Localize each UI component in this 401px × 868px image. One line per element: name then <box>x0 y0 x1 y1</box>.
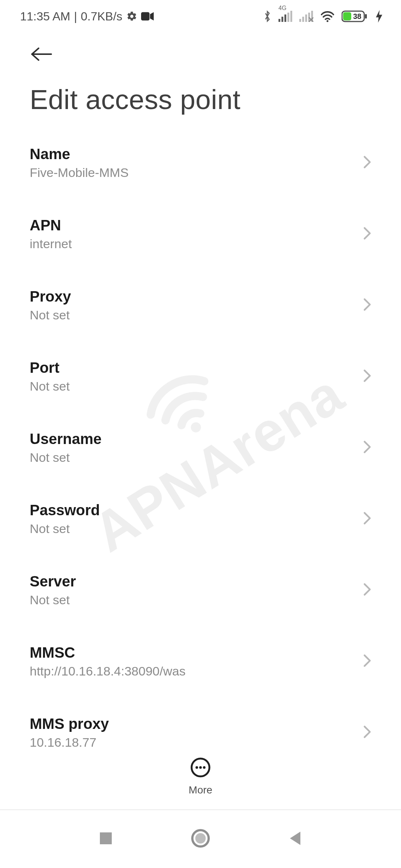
setting-row-password[interactable]: Password Not set <box>0 483 401 555</box>
chevron-right-icon <box>363 440 371 455</box>
status-bar: 11:35 AM | 0.7KB/s 4G 38 <box>0 0 401 33</box>
bluetooth-icon <box>263 10 272 23</box>
svg-rect-8 <box>305 14 307 22</box>
header <box>0 33 401 64</box>
setting-row-username[interactable]: Username Not set <box>0 412 401 483</box>
row-text: Username Not set <box>30 431 101 465</box>
row-value: Not set <box>30 379 70 394</box>
svg-rect-4 <box>287 13 289 22</box>
more-options-icon <box>190 757 211 779</box>
status-time: 11:35 AM <box>20 10 70 23</box>
svg-rect-0 <box>141 12 150 21</box>
setting-row-server[interactable]: Server Not set <box>0 555 401 626</box>
charging-icon <box>376 10 382 23</box>
svg-point-21 <box>199 766 202 769</box>
video-camera-icon <box>141 11 154 21</box>
row-value: Not set <box>30 522 100 536</box>
row-value: Not set <box>30 450 101 465</box>
row-text: Server Not set <box>30 573 76 607</box>
row-label: Port <box>30 359 70 376</box>
chevron-right-icon <box>363 369 371 384</box>
row-label: Password <box>30 502 100 519</box>
chevron-right-icon <box>363 654 371 669</box>
setting-row-apn[interactable]: APN internet <box>0 198 401 270</box>
row-label: MMSC <box>30 644 186 661</box>
page-title: Edit access point <box>0 64 401 127</box>
setting-row-port[interactable]: Port Not set <box>0 341 401 412</box>
setting-row-proxy[interactable]: Proxy Not set <box>0 270 401 341</box>
more-section: More <box>0 757 401 808</box>
row-label: MMS proxy <box>30 716 109 732</box>
signal-1-icon: 4G <box>278 11 293 22</box>
row-text: Name Five-Mobile-MMS <box>30 146 128 180</box>
arrow-left-icon <box>30 46 53 62</box>
setting-row-mmsc[interactable]: MMSC http://10.16.18.4:38090/was <box>0 626 401 697</box>
row-value: http://10.16.18.4:38090/was <box>30 664 186 678</box>
row-text: Password Not set <box>30 502 100 536</box>
more-button[interactable]: More <box>189 757 212 796</box>
svg-rect-3 <box>284 14 286 22</box>
svg-rect-23 <box>100 832 112 844</box>
svg-rect-15 <box>343 12 351 20</box>
svg-rect-5 <box>290 11 292 22</box>
row-value: Five-Mobile-MMS <box>30 165 128 180</box>
row-label: Proxy <box>30 288 71 305</box>
row-text: MMSC http://10.16.18.4:38090/was <box>30 644 186 678</box>
row-value: 10.16.18.77 <box>30 735 109 750</box>
wifi-icon <box>320 10 335 22</box>
chevron-right-icon <box>363 725 371 740</box>
row-value: internet <box>30 237 72 251</box>
row-label: Username <box>30 431 101 447</box>
status-data-rate: 0.7KB/s <box>81 10 123 23</box>
svg-point-20 <box>195 766 198 769</box>
svg-rect-16 <box>365 14 367 19</box>
svg-point-13 <box>326 20 328 22</box>
chevron-right-icon <box>363 512 371 526</box>
svg-point-25 <box>195 833 206 844</box>
nav-recent-button[interactable] <box>98 831 113 847</box>
row-text: Proxy Not set <box>30 288 71 322</box>
svg-rect-6 <box>299 19 301 22</box>
row-text: Port Not set <box>30 359 70 394</box>
status-separator: | <box>74 10 77 23</box>
svg-rect-7 <box>302 17 304 22</box>
battery-icon: 38 <box>342 10 369 23</box>
svg-rect-2 <box>281 17 283 22</box>
status-left: 11:35 AM | 0.7KB/s <box>20 10 154 23</box>
back-button[interactable] <box>30 46 53 64</box>
system-nav-bar <box>0 810 401 868</box>
row-label: Name <box>30 146 128 162</box>
chevron-right-icon <box>363 155 371 170</box>
svg-point-22 <box>203 766 205 769</box>
nav-home-button[interactable] <box>191 829 210 849</box>
gear-icon <box>126 11 137 22</box>
more-label: More <box>189 784 212 796</box>
status-right: 4G 38 <box>263 10 382 23</box>
row-label: Server <box>30 573 76 590</box>
network-badge: 4G <box>278 5 286 11</box>
row-text: MMS proxy 10.16.18.77 <box>30 716 109 750</box>
settings-list: APNArena Name Five-Mobile-MMS APN intern… <box>0 127 401 768</box>
row-value: Not set <box>30 308 71 322</box>
row-label: APN <box>30 217 72 234</box>
signal-2-icon <box>299 11 313 22</box>
row-value: Not set <box>30 593 76 607</box>
chevron-right-icon <box>363 583 371 598</box>
setting-row-name[interactable]: Name Five-Mobile-MMS <box>0 127 401 198</box>
battery-text: 38 <box>353 12 361 20</box>
chevron-right-icon <box>363 227 371 241</box>
nav-back-button[interactable] <box>288 830 303 848</box>
svg-rect-1 <box>278 19 280 22</box>
chevron-right-icon <box>363 298 371 313</box>
row-text: APN internet <box>30 217 72 251</box>
